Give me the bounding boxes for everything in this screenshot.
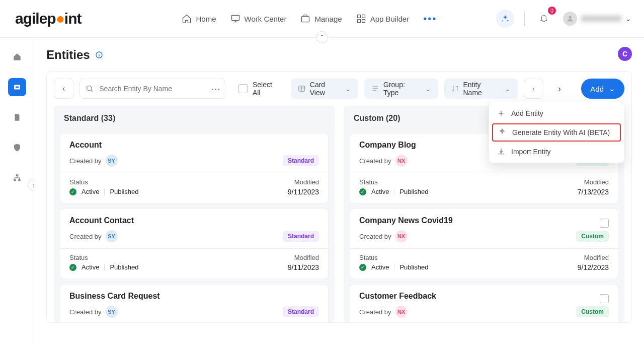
dropdown-generate-ai-label: Generate Entity With AI (BETA) [512,128,610,136]
page-title: Entities [46,48,90,62]
shield-icon [13,143,22,152]
info-icon[interactable] [95,51,103,59]
brand-dot-icon: ● [56,10,64,27]
sidebar-item-sitemap[interactable] [8,169,26,187]
status-label: Status [359,254,429,261]
entity-card[interactable]: Account Created by SY Standard Status ✓ … [60,133,329,203]
notification-badge: 0 [548,7,556,15]
created-by-label: Created by [69,233,102,240]
toolbar: ‹ ⋯ Select All Card View ⌄ Group [54,79,624,99]
home-icon [182,14,192,24]
created-by: Created by SY [69,230,118,242]
created-by-label: Created by [359,157,391,165]
nav-work-center-label: Work Center [245,15,287,23]
chevron-down-icon: ⌄ [505,85,511,93]
nav-work-center[interactable]: Work Center [230,14,287,24]
sparkle-icon [498,128,506,136]
dropdown-add-entity[interactable]: Add Entity [489,104,624,122]
add-button-label: Add [590,85,604,93]
sidebar-item-home[interactable] [8,48,26,66]
status-label: Status [69,254,139,261]
entity-title: Account Contact [69,216,134,225]
back-button[interactable]: ‹ [54,79,73,99]
dropdown-generate-ai[interactable]: Generate Entity With AI (BETA) [492,123,621,142]
toolbar-scroll-right[interactable]: › [549,79,569,99]
status-active: Active [82,188,99,195]
dropdown-import-entity[interactable]: Import Entity [489,143,624,161]
creator-avatar: NX [395,155,408,167]
view-toggle[interactable]: Card View ⌄ [291,79,358,99]
divider [104,188,105,195]
chevron-down-icon: ⌄ [625,15,631,23]
nav-app-builder[interactable]: App Builder [356,14,410,24]
created-by-label: Created by [359,308,391,316]
chevron-down-icon: ⌄ [609,84,615,93]
svg-rect-10 [14,179,16,181]
status-published: Published [399,188,428,195]
status-label: Status [359,178,429,186]
brand-logo[interactable]: agilep●int [15,10,81,27]
entity-title: Business Card Request [69,292,160,301]
modified-date: 9/12/2023 [578,263,609,271]
sidebar-item-entities[interactable] [8,78,26,96]
column-standard-header: Standard (33) [54,106,335,128]
search-options-button[interactable]: ⋯ [211,83,220,94]
home-icon [13,52,22,61]
collapse-header-button[interactable]: ⌃ [316,31,328,43]
chevron-left-icon: ‹ [62,84,65,93]
created-by: Created by NX [359,230,408,242]
content-area: Entities C ‹ ⋯ Select All Card View [34,38,644,344]
search-input[interactable] [79,79,225,99]
group-toggle[interactable]: Group: Type ⌄ [364,79,438,99]
sidebar-item-security[interactable] [8,139,26,157]
plus-icon [497,109,505,117]
bell-icon [539,14,548,23]
svg-rect-4 [357,20,360,23]
download-icon [497,148,505,156]
entity-card[interactable]: Customer Feedback Created by NX Custom [350,284,618,322]
ai-assistant-button[interactable] [496,10,514,28]
chevron-down-icon: ⌄ [345,85,351,93]
divider [524,12,525,26]
header-right: 0 ⌄ [496,10,631,28]
entity-card[interactable]: Account Contact Created by SY Standard S… [60,209,329,279]
modified-label: Modified [288,254,319,261]
modified-date: 7/13/2023 [578,188,609,196]
select-all-label: Select All [253,81,281,97]
divider [394,264,394,271]
svg-rect-5 [362,20,365,23]
created-by: Created by NX [359,155,408,167]
card-view-icon [298,85,306,93]
card-checkbox[interactable] [600,294,609,303]
nav-home[interactable]: Home [182,14,216,24]
user-menu[interactable]: ⌄ [563,12,631,26]
check-circle-icon: ✓ [69,188,76,195]
toolbar-overflow-left[interactable]: ‹ [524,79,543,99]
status-active: Active [82,263,99,271]
entity-card[interactable]: Business Card Request Created by SY Stan… [60,284,329,322]
modified-label: Modified [288,178,319,186]
notifications-button[interactable]: 0 [535,10,553,28]
copilot-button[interactable]: C [618,47,632,61]
column-standard: Standard (33) Account Created by SY Stan… [54,106,335,322]
view-toggle-label: Card View [310,81,342,97]
nav-manage[interactable]: Manage [300,14,342,24]
sort-toggle-label: Entity Name [463,81,500,97]
modified-label: Modified [578,254,609,261]
card-checkbox[interactable] [600,219,609,228]
entity-card[interactable]: Company News Covid19 Created by NX Custo… [350,209,618,279]
select-all-button[interactable]: Select All [231,79,285,99]
created-by: Created by SY [69,306,118,318]
creator-avatar: NX [395,230,408,242]
divider [104,264,105,271]
creator-avatar: SY [106,230,118,242]
chevron-left-icon: ‹ [532,85,535,93]
nav-more[interactable]: ••• [423,13,437,25]
sort-icon [451,85,459,93]
sort-toggle[interactable]: Entity Name ⌄ [444,79,518,99]
created-by: Created by SY [69,155,118,167]
add-button[interactable]: Add ⌄ [581,79,624,99]
sidebar-item-files[interactable] [8,108,26,126]
search-icon [86,85,94,93]
entity-title: Company News Covid19 [359,216,453,225]
